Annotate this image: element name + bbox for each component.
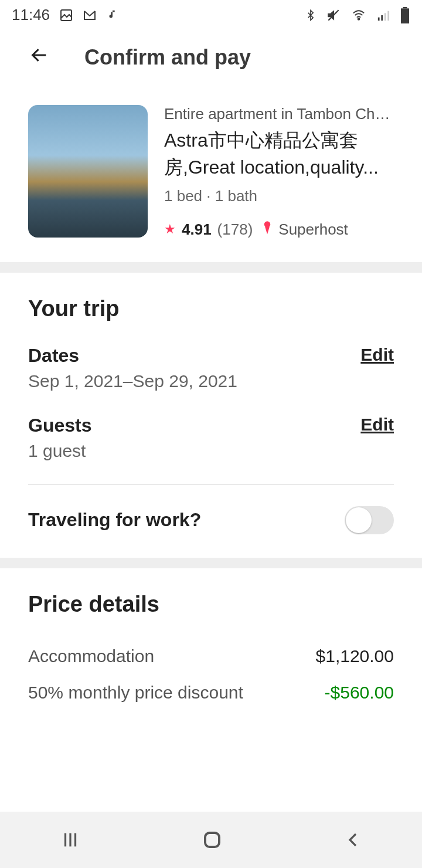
guests-row: Guests Edit [28,415,394,436]
price-value: $1,120.00 [316,646,394,666]
svg-point-9 [264,221,270,227]
guests-value: 1 guest [28,441,394,461]
back-arrow-icon[interactable] [29,45,49,70]
toggle-knob [346,507,372,533]
back-button[interactable] [344,831,362,849]
mail-icon [83,8,97,22]
rating-row: ★ 4.91 (178) Superhost [164,221,394,239]
rating-count: (178) [217,221,253,239]
price-section-title: Price details [28,592,394,617]
svg-rect-3 [378,17,380,20]
price-label: Accommodation [28,646,154,666]
dates-row: Dates Edit [28,345,394,367]
battery-icon [400,7,410,23]
status-left: 11:46 [12,6,119,24]
work-travel-row: Traveling for work? [28,485,394,534]
superhost-badge: Superhost [278,221,348,239]
price-value-discount: -$560.00 [325,683,394,703]
edit-guests-link[interactable]: Edit [360,415,394,435]
edit-dates-link[interactable]: Edit [360,345,394,365]
price-row-accommodation: Accommodation $1,120.00 [28,646,394,666]
system-nav-bar [0,812,422,868]
trip-section-title: Your trip [28,296,394,321]
trip-section: Your trip Dates Edit Sep 1, 2021–Sep 29,… [0,273,422,558]
rating-value: 4.91 [182,221,212,239]
work-travel-label: Traveling for work? [28,509,201,531]
listing-type: Entire apartment in Tambon Cha... [164,105,394,123]
bluetooth-icon [305,8,316,23]
svg-rect-6 [387,11,389,20]
listing-info: Entire apartment in Tambon Cha... Astra市… [164,105,394,239]
price-label: 50% monthly price discount [28,683,243,703]
superhost-icon [262,221,273,239]
page-title: Confirm and pay [84,45,251,70]
listing-specs: 1 bed · 1 bath [164,187,394,205]
svg-rect-13 [205,833,219,847]
wifi-icon [350,9,367,22]
mute-icon [326,8,341,23]
svg-rect-8 [401,8,409,23]
home-button[interactable] [202,829,223,850]
status-right [305,7,410,23]
section-divider [0,262,422,273]
listing-summary: Entire apartment in Tambon Cha... Astra市… [0,87,422,262]
price-row-discount: 50% monthly price discount -$560.00 [28,683,394,703]
section-divider [0,558,422,568]
svg-rect-5 [384,13,386,21]
listing-title: Astra市中心精品公寓套房,Great location,quality... [164,127,394,181]
svg-rect-7 [403,7,407,8]
status-time: 11:46 [12,6,50,24]
svg-point-2 [358,18,360,20]
page-header: Confirm and pay [0,28,422,87]
work-travel-toggle[interactable] [345,506,394,534]
price-section: Price details Accommodation $1,120.00 50… [0,568,422,731]
dates-value: Sep 1, 2021–Sep 29, 2021 [28,371,394,391]
listing-photo[interactable] [28,105,148,238]
music-icon [106,9,119,22]
guests-label: Guests [28,415,91,436]
signal-icon [376,9,390,22]
recents-button[interactable] [60,830,80,850]
image-icon [59,8,73,22]
star-icon: ★ [164,222,176,237]
dates-label: Dates [28,345,79,367]
svg-rect-4 [381,15,383,21]
status-bar: 11:46 [0,0,422,28]
